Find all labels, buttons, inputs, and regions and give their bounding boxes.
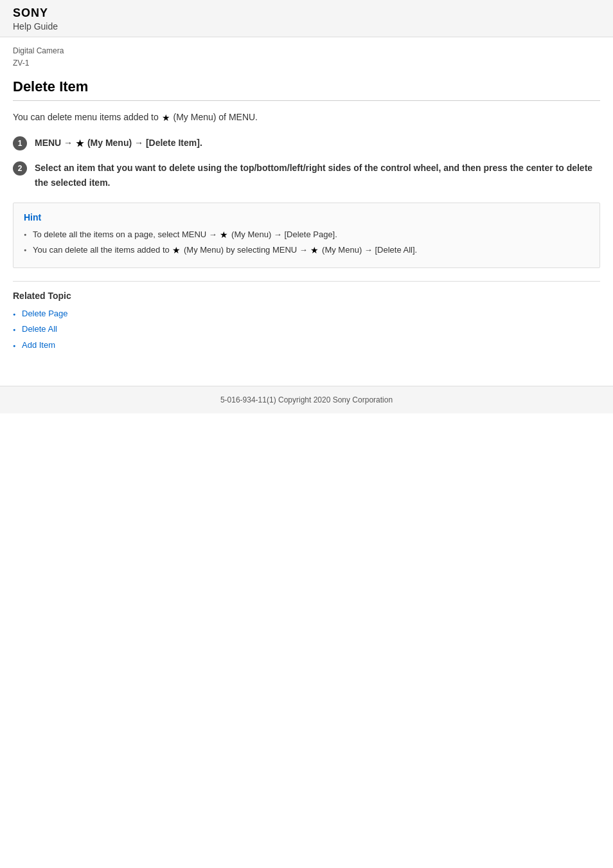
step-2: 2 Select an item that you want to delete…	[13, 161, 600, 190]
intro-paragraph: You can delete menu items added to ★ (My…	[13, 110, 600, 125]
related-topic-title: Related Topic	[13, 291, 600, 301]
step-1-number: 1	[13, 136, 27, 150]
related-topic-list: Delete Page Delete All Add Item	[13, 306, 600, 354]
hint-list: To delete all the items on a page, selec…	[24, 228, 589, 258]
related-link-delete-all[interactable]: Delete All	[22, 324, 57, 334]
intro-text-prefix: You can delete menu items added to	[13, 112, 159, 122]
hint-2-star-icon-2: ★	[310, 243, 319, 258]
sony-logo: SONY	[13, 6, 600, 20]
step-1-middle: (My Menu) → [Delete Item].	[87, 138, 202, 148]
help-guide-label: Help Guide	[13, 21, 600, 32]
header: SONY Help Guide	[0, 0, 613, 37]
page-title: Delete Item	[13, 78, 600, 101]
intro-text-suffix: (My Menu) of MENU.	[173, 112, 258, 122]
copyright-text: 5-016-934-11(1) Copyright 2020 Sony Corp…	[220, 395, 393, 404]
hint-title: Hint	[24, 212, 589, 222]
related-link-item-delete-page: Delete Page	[13, 306, 600, 322]
breadcrumb: Digital Camera ZV-1	[0, 37, 613, 72]
related-link-item-add-item: Add Item	[13, 338, 600, 354]
main-content: Delete Item You can delete menu items ad…	[0, 72, 613, 366]
step-1-prefix: MENU →	[35, 138, 75, 148]
step-2-number: 2	[13, 161, 27, 176]
hint-2-middle: (My Menu) by selecting MENU →	[184, 245, 310, 255]
hint-1-prefix: To delete all the items on a page, selec…	[33, 230, 219, 239]
hint-2-suffix: (My Menu) → [Delete All].	[322, 245, 417, 255]
related-link-delete-page[interactable]: Delete Page	[22, 309, 68, 318]
breadcrumb-line1: Digital Camera	[13, 45, 600, 57]
step-2-text: Select an item that you want to delete u…	[35, 163, 592, 187]
hint-item-2: You can delete all the items added to ★ …	[24, 243, 589, 258]
breadcrumb-line2: ZV-1	[13, 57, 600, 69]
hint-2-prefix: You can delete all the items added to	[33, 245, 172, 255]
footer: 5-016-934-11(1) Copyright 2020 Sony Corp…	[0, 386, 613, 413]
related-link-item-delete-all: Delete All	[13, 321, 600, 338]
related-link-add-item[interactable]: Add Item	[22, 340, 55, 350]
hint-1-suffix: (My Menu) → [Delete Page].	[231, 230, 337, 239]
step-1-star-icon: ★	[76, 136, 84, 150]
hint-2-star-icon-1: ★	[172, 243, 181, 258]
hint-box: Hint To delete all the items on a page, …	[13, 203, 600, 268]
step-1: 1 MENU → ★ (My Menu) → [Delete Item].	[13, 136, 600, 150]
step-1-content: MENU → ★ (My Menu) → [Delete Item].	[35, 136, 202, 150]
step-2-content: Select an item that you want to delete u…	[35, 161, 600, 190]
my-menu-star-icon: ★	[162, 111, 170, 125]
hint-1-star-icon: ★	[220, 228, 228, 243]
hint-item-1: To delete all the items on a page, selec…	[24, 228, 589, 243]
related-topic-section: Related Topic Delete Page Delete All Add…	[13, 281, 600, 354]
